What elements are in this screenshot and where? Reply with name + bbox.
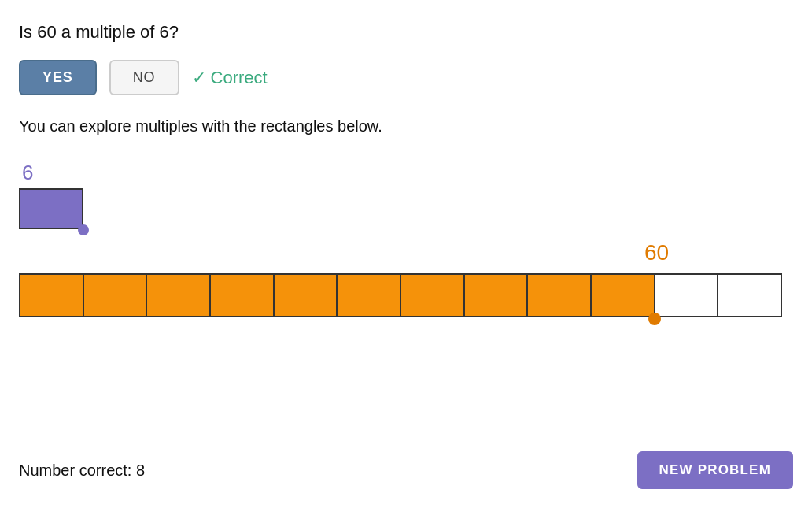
main-content: Is 60 a multiple of 6? YES NO ✓ Correct …	[0, 0, 812, 333]
bar-cell-6	[338, 275, 401, 316]
answer-row: YES NO ✓ Correct	[19, 60, 793, 95]
bar-cell-9	[528, 275, 592, 316]
correct-text: Correct	[211, 68, 268, 88]
bar-dot[interactable]	[648, 313, 661, 325]
number-correct-label: Number correct: 8	[19, 462, 145, 480]
small-rect-dot[interactable]	[78, 224, 89, 235]
bar-cell-1	[20, 275, 84, 316]
bar-cell-4	[211, 275, 275, 316]
explore-text: You can explore multiples with the recta…	[19, 117, 793, 135]
small-rect-wrapper	[19, 188, 83, 229]
bar-cell-12	[718, 275, 781, 316]
small-rectangle[interactable]	[19, 188, 83, 229]
feedback-label: ✓ Correct	[192, 68, 268, 88]
bar-cell-11	[655, 275, 719, 316]
bar-cell-2	[84, 275, 148, 316]
bottom-bar: Number correct: 8 NEW PROBLEM	[19, 451, 793, 489]
bar-cell-8	[465, 275, 529, 316]
bar-cell-3	[147, 275, 211, 316]
bar-section: 60	[19, 273, 793, 317]
bar-container[interactable]	[19, 273, 782, 317]
yes-button[interactable]: YES	[19, 60, 97, 95]
question-text: Is 60 a multiple of 6?	[19, 22, 793, 43]
rectangle-section: 6	[19, 161, 793, 232]
small-rect-label: 6	[22, 161, 793, 185]
bar-cell-10	[592, 275, 655, 316]
checkmark-icon: ✓	[192, 68, 206, 88]
bar-value-label: 60	[644, 240, 669, 265]
new-problem-button[interactable]: NEW PROBLEM	[637, 451, 793, 489]
bar-cell-5	[275, 275, 338, 316]
no-button[interactable]: NO	[109, 60, 179, 95]
bar-cell-7	[401, 275, 465, 316]
